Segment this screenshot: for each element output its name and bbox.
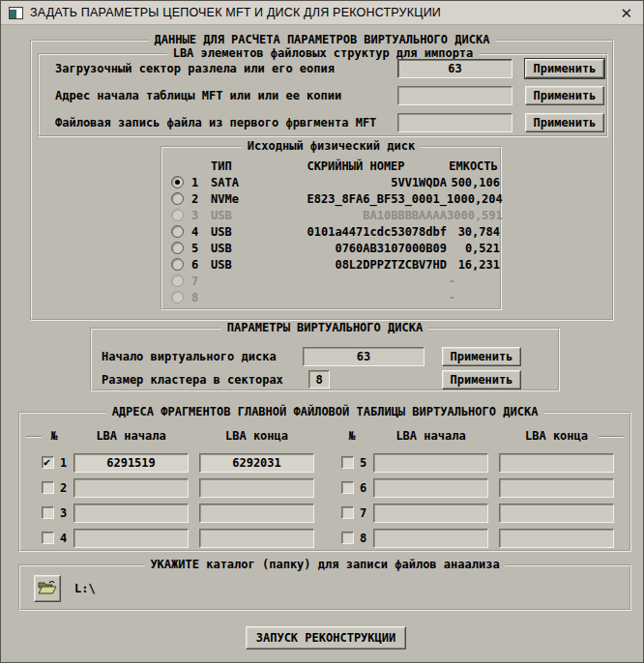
virtual-start-label: Начало виртуального диска [102, 350, 277, 363]
app-icon [9, 7, 23, 19]
disk-radio[interactable] [171, 192, 184, 205]
frag-end-input[interactable] [199, 504, 314, 523]
frag-start-input[interactable] [73, 529, 189, 548]
disk-number: 2 [188, 192, 211, 206]
mft-start-label: Адрес начала таблицы MFT или или ее копи… [55, 89, 341, 102]
frag-checkbox[interactable] [42, 481, 54, 494]
disk-capacity: - [447, 274, 500, 288]
boot-sector-input[interactable] [397, 59, 512, 78]
disk-capacity: 500,106 [447, 176, 500, 189]
group-source-disk: Исходный физический диск ТИП СКРИЙНЫЙ НО… [161, 146, 502, 310]
dialog-body: ДАННЫЕ ДЛЯ РАСЧЕТА ПАРАМЕТРОВ ВИРТУАЛЬНО… [1, 24, 643, 662]
group-virtual-params-title: ПАРАМЕТРЫ ВИРТУАЛЬНОГО ДИСКА [221, 321, 428, 334]
frag-end-input[interactable] [499, 529, 614, 548]
group-lba-import-title: LBA элементов файловых структур для импо… [167, 46, 480, 60]
frag-start-input[interactable] [73, 478, 189, 498]
disk-row-5[interactable]: 5 USB 0760AB3107000B09 0,521 [166, 240, 496, 256]
disk-type: USB [211, 242, 265, 255]
frag-end-input[interactable] [499, 504, 614, 523]
frag-number: 3 [60, 506, 67, 520]
frag-start-input[interactable] [373, 453, 488, 473]
file-record-input[interactable] [397, 113, 512, 132]
frag-end-input[interactable] [199, 478, 314, 498]
window-title: ЗАДАТЬ ПАРАМЕТРЫ ЦЕПОЧЕК MFT И ДИСК ДЛЯ … [30, 6, 441, 19]
run-reconstruction-button[interactable]: ЗАПУСК РЕКОНСТРУКЦИИ [246, 626, 406, 649]
frag-header-start-right: LBA начала [373, 429, 488, 443]
disk-table-header: ТИП СКРИЙНЫЙ НОМЕР ЕМКОСТЬ [166, 158, 496, 174]
frag-checkbox[interactable] [341, 456, 354, 469]
frag-checkbox[interactable] [341, 481, 354, 494]
apply-file-record-button[interactable]: Применить [525, 113, 604, 132]
frag-number: 5 [360, 456, 366, 470]
disk-radio[interactable] [171, 176, 184, 188]
disk-type: USB [211, 258, 265, 272]
browse-folder-button[interactable] [34, 575, 61, 602]
disk-row-2[interactable]: 2 NVMe E823_8FA6_BF53_0001_ 1000,204 [166, 190, 496, 207]
disk-row-7[interactable]: 7 - [166, 273, 496, 289]
frag-checkbox[interactable] [42, 506, 54, 519]
group-import-data-title: ДАННЫЕ ДЛЯ РАСЧЕТА ПАРАМЕТРОВ ВИРТУАЛЬНО… [149, 33, 496, 46]
frag-checkbox[interactable] [42, 532, 54, 544]
disk-number: 1 [188, 176, 211, 189]
frag-end-input[interactable] [499, 478, 614, 498]
disk-radio[interactable] [171, 242, 184, 254]
apply-boot-sector-button[interactable]: Применить [525, 59, 604, 78]
disk-row-1[interactable]: 1 SATA 5VV1WQDA 500,106 [166, 174, 496, 190]
disk-type: NVMe [211, 192, 265, 206]
group-virtual-params: ПАРАМЕТРЫ ВИРТУАЛЬНОГО ДИСКА Начало вирт… [90, 328, 560, 391]
disk-number: 3 [188, 209, 211, 222]
disk-row-3[interactable]: 3 USB BA10BBBBAAAA 3000,591 [166, 207, 496, 223]
apply-cluster-size-button[interactable]: Применить [442, 370, 521, 389]
frag-start-input[interactable] [373, 478, 488, 498]
disk-serial: E823_8FA6_BF53_0001_ [265, 192, 447, 206]
frag-start-input[interactable] [373, 529, 488, 548]
apply-mft-start-button[interactable]: Применить [525, 86, 604, 105]
disk-serial: 5VV1WQDA [265, 176, 447, 189]
disk-type: SATA [211, 176, 265, 189]
frag-number: 6 [360, 481, 366, 495]
disk-number: 8 [188, 291, 211, 304]
virtual-start-input[interactable] [303, 347, 424, 366]
disk-type: USB [211, 225, 265, 239]
frag-end-input[interactable] [199, 453, 314, 473]
frag-header-num-right: № [337, 429, 366, 443]
mft-start-input[interactable] [397, 86, 512, 105]
frag-number: 7 [360, 506, 366, 520]
frag-header-end-left: LBA конца [199, 429, 314, 443]
frag-number: 8 [360, 532, 366, 545]
apply-virtual-start-button[interactable]: Применить [442, 347, 521, 366]
output-path: L:\ [74, 582, 96, 595]
frag-start-input[interactable] [373, 504, 488, 523]
disk-capacity: 0,521 [447, 242, 500, 255]
disk-radio[interactable] [171, 225, 184, 238]
frag-end-input[interactable] [499, 453, 614, 473]
disk-row-4[interactable]: 4 USB 0101a4471cdc53078dbf 30,784 [166, 223, 496, 240]
disk-serial: BA10BBBBAAAA [265, 209, 447, 222]
frag-start-input[interactable] [73, 453, 189, 473]
frag-checkbox[interactable] [341, 532, 354, 544]
disk-number: 4 [188, 225, 211, 239]
close-icon[interactable]: ✕ [620, 6, 632, 20]
group-mft-fragments: АДРЕСА ФРАГМЕНТОВ ГЛАВНОЙ ФАЙЛОВОЙ ТАБЛИ… [18, 412, 631, 552]
cluster-size-input[interactable] [308, 370, 330, 389]
disk-row-6[interactable]: 6 USB 08L2DPPZTZCBV7HD 16,231 [166, 256, 496, 273]
disk-capacity: 3000,591 [447, 209, 500, 222]
disk-number: 5 [188, 242, 211, 255]
disk-radio[interactable] [171, 274, 184, 287]
disk-capacity: 1000,204 [447, 192, 500, 206]
disk-radio[interactable] [171, 291, 184, 303]
disk-row-8[interactable]: 8 - [166, 289, 496, 305]
frag-end-input[interactable] [199, 529, 314, 548]
disk-capacity: - [447, 291, 500, 304]
cluster-size-label: Размер кластера в секторах [102, 373, 283, 387]
file-record-label: Файловая запись файла из первого фрвгмен… [55, 116, 376, 130]
disk-number: 7 [188, 274, 211, 288]
frag-checkbox[interactable] [42, 456, 54, 469]
disk-radio[interactable] [171, 258, 184, 271]
titlebar: ЗАДАТЬ ПАРАМЕТРЫ ЦЕПОЧЕК MFT И ДИСК ДЛЯ … [1, 1, 643, 25]
frag-checkbox[interactable] [341, 506, 354, 519]
disk-radio[interactable] [171, 209, 184, 221]
dialog-window: ЗАДАТЬ ПАРАМЕТРЫ ЦЕПОЧЕК MFT И ДИСК ДЛЯ … [0, 0, 644, 663]
frag-start-input[interactable] [73, 504, 189, 523]
frag-header-end-right: LBA конца [499, 429, 614, 443]
